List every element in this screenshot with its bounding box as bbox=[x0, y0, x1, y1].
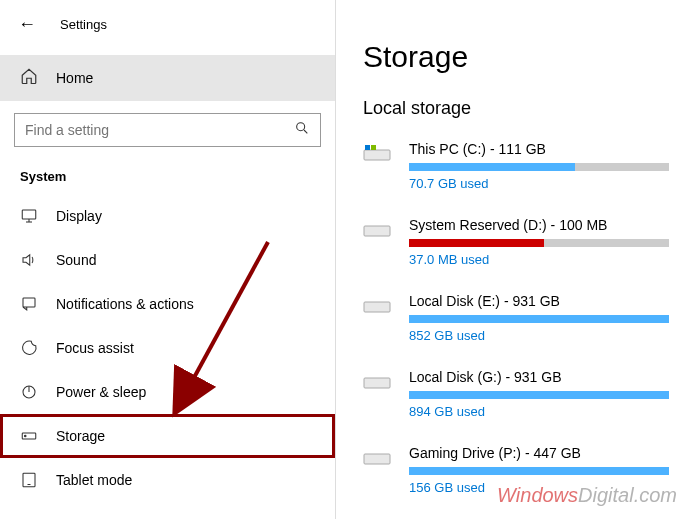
search-box[interactable] bbox=[14, 113, 321, 147]
usage-fill bbox=[409, 467, 669, 475]
watermark-part2: Digital.com bbox=[578, 484, 677, 506]
svg-rect-19 bbox=[364, 454, 390, 464]
drive-name: Local Disk (E:) - 931 GB bbox=[409, 293, 669, 309]
usage-bar bbox=[409, 239, 669, 247]
drive-icon bbox=[363, 371, 391, 393]
drive-icon bbox=[363, 219, 391, 241]
usage-bar bbox=[409, 391, 669, 399]
usage-fill bbox=[409, 163, 575, 171]
search-input[interactable] bbox=[25, 122, 294, 138]
nav-power-sleep[interactable]: Power & sleep bbox=[0, 370, 335, 414]
home-nav[interactable]: Home bbox=[0, 55, 335, 101]
drive-used: 70.7 GB used bbox=[409, 176, 669, 191]
search-wrap bbox=[0, 107, 335, 161]
svg-rect-18 bbox=[364, 378, 390, 388]
main-panel: Storage Local storage This PC (C:) - 111… bbox=[335, 0, 689, 519]
nav-label: Power & sleep bbox=[56, 384, 146, 400]
tablet-icon bbox=[20, 471, 38, 489]
nav-label: Display bbox=[56, 208, 102, 224]
drive-icon bbox=[363, 295, 391, 317]
svg-rect-16 bbox=[364, 226, 390, 236]
drive-info: System Reserved (D:) - 100 MB 37.0 MB us… bbox=[409, 217, 669, 267]
drive-name: Local Disk (G:) - 931 GB bbox=[409, 369, 669, 385]
usage-fill bbox=[409, 315, 669, 323]
titlebar: ← Settings bbox=[0, 0, 335, 49]
nav-display[interactable]: Display bbox=[0, 194, 335, 238]
focus-icon bbox=[20, 339, 38, 357]
drive-row-c[interactable]: This PC (C:) - 111 GB 70.7 GB used bbox=[363, 141, 669, 191]
section-heading: System bbox=[0, 161, 335, 194]
usage-bar bbox=[409, 315, 669, 323]
drive-used: 894 GB used bbox=[409, 404, 669, 419]
display-icon bbox=[20, 207, 38, 225]
power-icon bbox=[20, 383, 38, 401]
usage-bar bbox=[409, 467, 669, 475]
svg-rect-14 bbox=[371, 145, 376, 150]
nav-label: Tablet mode bbox=[56, 472, 132, 488]
drive-icon bbox=[363, 143, 391, 165]
nav-focus-assist[interactable]: Focus assist bbox=[0, 326, 335, 370]
nav-label: Focus assist bbox=[56, 340, 134, 356]
drive-info: Local Disk (G:) - 931 GB 894 GB used bbox=[409, 369, 669, 419]
svg-line-1 bbox=[304, 130, 307, 133]
drive-info: Local Disk (E:) - 931 GB 852 GB used bbox=[409, 293, 669, 343]
notifications-icon bbox=[20, 295, 38, 313]
nav-label: Notifications & actions bbox=[56, 296, 194, 312]
sidebar: ← Settings Home System Display Sound bbox=[0, 0, 335, 519]
watermark: WindowsDigital.com bbox=[497, 484, 677, 507]
nav-label: Storage bbox=[56, 428, 105, 444]
storage-icon bbox=[20, 427, 38, 445]
svg-point-9 bbox=[25, 435, 27, 437]
drive-row-g[interactable]: Local Disk (G:) - 931 GB 894 GB used bbox=[363, 369, 669, 419]
usage-fill bbox=[409, 239, 544, 247]
home-label: Home bbox=[56, 70, 93, 86]
drive-icon bbox=[363, 447, 391, 469]
nav-storage[interactable]: Storage bbox=[0, 414, 335, 458]
nav-label: Sound bbox=[56, 252, 96, 268]
drive-name: System Reserved (D:) - 100 MB bbox=[409, 217, 669, 233]
usage-bar bbox=[409, 163, 669, 171]
nav-sound[interactable]: Sound bbox=[0, 238, 335, 282]
page-subtitle: Local storage bbox=[363, 98, 669, 119]
back-icon[interactable]: ← bbox=[18, 14, 36, 35]
drive-used: 37.0 MB used bbox=[409, 252, 669, 267]
drive-info: This PC (C:) - 111 GB 70.7 GB used bbox=[409, 141, 669, 191]
home-icon bbox=[20, 67, 38, 89]
drive-name: Gaming Drive (P:) - 447 GB bbox=[409, 445, 669, 461]
svg-rect-5 bbox=[23, 298, 35, 307]
svg-rect-13 bbox=[365, 145, 370, 150]
drive-name: This PC (C:) - 111 GB bbox=[409, 141, 669, 157]
window-title: Settings bbox=[60, 17, 107, 32]
nav-tablet-mode[interactable]: Tablet mode bbox=[0, 458, 335, 502]
svg-rect-17 bbox=[364, 302, 390, 312]
drive-used: 852 GB used bbox=[409, 328, 669, 343]
page-title: Storage bbox=[363, 40, 669, 74]
svg-point-0 bbox=[297, 123, 305, 131]
nav-notifications[interactable]: Notifications & actions bbox=[0, 282, 335, 326]
drive-row-e[interactable]: Local Disk (E:) - 931 GB 852 GB used bbox=[363, 293, 669, 343]
usage-fill bbox=[409, 391, 669, 399]
search-icon bbox=[294, 120, 310, 140]
svg-rect-2 bbox=[22, 210, 36, 219]
watermark-part1: Windows bbox=[497, 484, 578, 506]
sound-icon bbox=[20, 251, 38, 269]
divider bbox=[335, 0, 336, 519]
settings-window: ← Settings Home System Display Sound bbox=[0, 0, 689, 519]
drive-row-d[interactable]: System Reserved (D:) - 100 MB 37.0 MB us… bbox=[363, 217, 669, 267]
